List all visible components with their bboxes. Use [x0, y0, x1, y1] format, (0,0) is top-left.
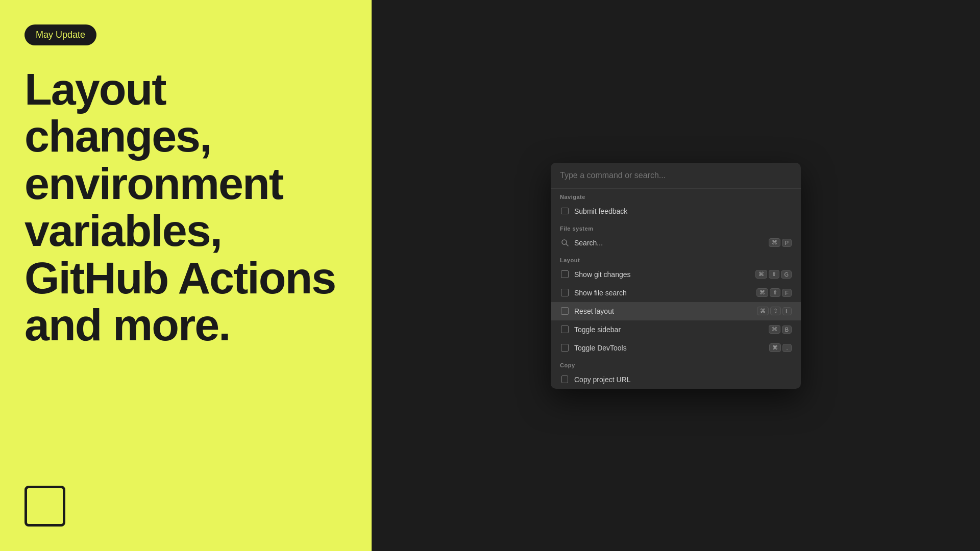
kbd-b: B [782, 325, 792, 334]
menu-item-label: Toggle DevTools [574, 344, 764, 352]
kbd-cmd: ⌘ [769, 325, 780, 334]
left-panel: May Update Layout changes, environment v… [0, 0, 372, 551]
right-panel: Navigate Submit feedback File system Sea… [372, 0, 980, 551]
kbd-shift: ⇧ [770, 288, 780, 297]
kbd-shift: ⇧ [769, 270, 779, 279]
section-filesystem: File system Search... ⌘ P [551, 220, 801, 252]
shortcut-file-search: ⌘ ⇧ F [756, 288, 792, 297]
feedback-icon [560, 207, 569, 216]
kbd-cmd: ⌘ [757, 307, 769, 315]
kbd-cmd: ⌘ [769, 238, 780, 247]
kbd-shift: ⇧ [770, 307, 781, 315]
shortcut-git-changes: ⌘ ⇧ G [755, 270, 792, 279]
window-icon [560, 307, 569, 316]
menu-item-label: Toggle sidebar [574, 325, 764, 334]
menu-item-submit-feedback[interactable]: Submit feedback [551, 202, 801, 220]
section-label-filesystem: File system [551, 220, 801, 234]
search-box[interactable] [551, 163, 801, 189]
window-icon [560, 270, 569, 279]
menu-item-label: Submit feedback [574, 207, 792, 215]
kbd-cmd: ⌘ [755, 270, 767, 279]
menu-item-label: Reset layout [574, 307, 752, 315]
kbd-f: F [782, 289, 792, 297]
shortcut-toggle-sidebar: ⌘ B [769, 325, 792, 334]
badge: May Update [24, 24, 96, 45]
section-label-copy: Copy [551, 357, 801, 370]
shortcut-search: ⌘ P [769, 238, 792, 247]
menu-item-search[interactable]: Search... ⌘ P [551, 234, 801, 252]
kbd-cmd: ⌘ [756, 288, 768, 297]
command-search-input[interactable] [560, 171, 792, 180]
menu-item-label: Search... [574, 239, 764, 247]
window-icon [560, 288, 569, 297]
section-navigate: Navigate Submit feedback [551, 189, 801, 220]
main-heading: Layout changes, environment variables, G… [24, 66, 347, 348]
copy-icon [560, 375, 569, 384]
command-palette: Navigate Submit feedback File system Sea… [551, 163, 801, 389]
kbd-g: G [781, 270, 792, 279]
window-icon [560, 325, 569, 334]
window-icon [560, 343, 569, 353]
menu-item-reset-layout[interactable]: Reset layout ⌘ ⇧ L [551, 302, 801, 320]
menu-item-label: Show git changes [574, 270, 750, 279]
section-copy: Copy Copy project URL [551, 357, 801, 389]
section-label-navigate: Navigate [551, 189, 801, 202]
bottom-box-decoration [24, 486, 65, 527]
menu-item-label: Copy project URL [574, 375, 792, 384]
menu-item-label: Show file search [574, 289, 751, 297]
menu-item-show-git-changes[interactable]: Show git changes ⌘ ⇧ G [551, 265, 801, 284]
kbd-l: L [782, 307, 792, 315]
section-layout: Layout Show git changes ⌘ ⇧ G Show file … [551, 252, 801, 357]
kbd-dot: . [782, 344, 792, 352]
section-label-layout: Layout [551, 252, 801, 265]
shortcut-toggle-devtools: ⌘ . [769, 343, 792, 352]
menu-item-copy-project-url[interactable]: Copy project URL [551, 370, 801, 389]
svg-line-1 [566, 244, 568, 246]
kbd-cmd: ⌘ [769, 343, 781, 352]
menu-item-toggle-sidebar[interactable]: Toggle sidebar ⌘ B [551, 320, 801, 339]
kbd-p: P [782, 239, 792, 247]
search-icon [560, 238, 569, 247]
shortcut-reset-layout: ⌘ ⇧ L [757, 307, 792, 315]
menu-item-toggle-devtools[interactable]: Toggle DevTools ⌘ . [551, 339, 801, 357]
menu-item-show-file-search[interactable]: Show file search ⌘ ⇧ F [551, 284, 801, 302]
